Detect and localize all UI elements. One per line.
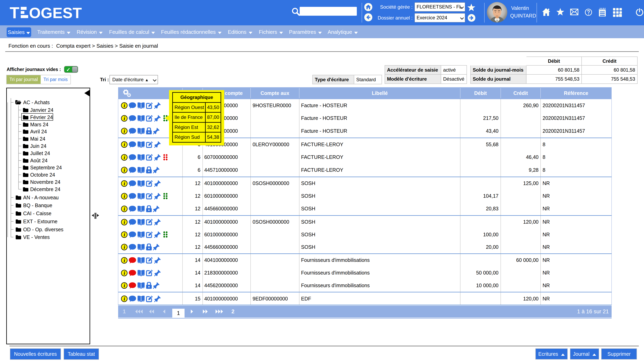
svg-text:i: i — [124, 115, 125, 121]
svg-text:i: i — [124, 142, 125, 147]
svg-text:i: i — [124, 154, 125, 160]
svg-text:i: i — [124, 219, 125, 225]
svg-text:i: i — [124, 257, 125, 263]
svg-text:i: i — [124, 167, 125, 173]
svg-text:i: i — [124, 296, 125, 302]
svg-text:i: i — [124, 193, 125, 199]
svg-text:i: i — [124, 128, 125, 134]
svg-text:i: i — [124, 206, 125, 212]
svg-text:i: i — [124, 283, 125, 288]
svg-text:i: i — [124, 244, 125, 250]
svg-text:i: i — [124, 181, 125, 186]
svg-text:i: i — [124, 103, 125, 108]
svg-text:i: i — [124, 270, 125, 276]
svg-text:i: i — [124, 232, 125, 238]
